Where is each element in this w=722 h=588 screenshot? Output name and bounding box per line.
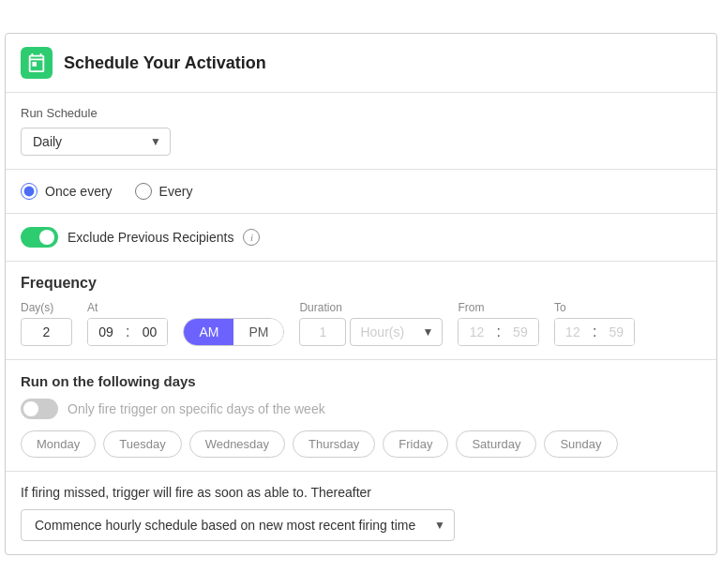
frequency-section: Frequency Day(s) 2 At : AM	[6, 262, 716, 360]
frequency-title: Frequency	[21, 275, 701, 292]
toggle-slider	[21, 227, 58, 248]
specific-days-label: Only fire trigger on specific days of th…	[68, 401, 325, 416]
run-days-section: Run on the following days Only fire trig…	[6, 360, 716, 472]
run-schedule-select[interactable]: Daily Weekly Monthly	[21, 128, 171, 156]
days-col: Day(s) 2	[21, 301, 72, 346]
duration-group: Hour(s) Day(s) Minute(s) ▼	[299, 318, 443, 346]
missed-trigger-title: If firing missed, trigger will fire as s…	[21, 485, 701, 500]
from-hour-input[interactable]	[459, 319, 494, 345]
days-row: Monday Tuesday Wednesday Thursday Friday…	[21, 430, 701, 458]
day-monday[interactable]: Monday	[21, 430, 96, 458]
day-thursday[interactable]: Thursday	[293, 430, 375, 458]
day-saturday[interactable]: Saturday	[456, 430, 536, 458]
to-minute-input[interactable]	[598, 319, 634, 345]
modal-header: Schedule Your Activation	[6, 34, 716, 93]
duration-unit-wrapper: Hour(s) Day(s) Minute(s) ▼	[350, 318, 443, 346]
days-input[interactable]: 2	[21, 318, 72, 346]
from-col: From :	[458, 301, 538, 346]
from-separator: :	[494, 324, 502, 340]
once-every-option[interactable]: Once every	[21, 183, 113, 200]
duration-input[interactable]	[299, 318, 346, 346]
specific-days-row: Only fire trigger on specific days of th…	[21, 399, 701, 419]
exclude-recipients-section: Exclude Previous Recipients i	[6, 214, 716, 262]
minute-input[interactable]	[131, 319, 167, 345]
at-col: At :	[87, 301, 168, 346]
time-separator: :	[124, 324, 131, 340]
duration-unit-select[interactable]: Hour(s) Day(s) Minute(s)	[350, 318, 443, 346]
day-wednesday[interactable]: Wednesday	[189, 430, 285, 458]
to-label: To	[554, 301, 635, 314]
days-label: Day(s)	[21, 301, 72, 314]
day-tuesday[interactable]: Tuesday	[103, 430, 181, 458]
at-label: At	[87, 301, 168, 314]
info-icon[interactable]: i	[243, 229, 260, 246]
from-minute-input[interactable]	[503, 319, 538, 345]
specific-toggle-slider	[21, 399, 58, 419]
run-schedule-select-wrapper: Daily Weekly Monthly ▼	[21, 128, 171, 156]
ampm-col: AM PM	[183, 301, 284, 346]
run-days-title: Run on the following days	[21, 373, 701, 389]
once-every-radio[interactable]	[21, 183, 38, 200]
frequency-controls: Day(s) 2 At : AM PM	[21, 301, 701, 346]
every-label: Every	[159, 184, 193, 199]
missed-trigger-section: If firing missed, trigger will fire as s…	[6, 472, 716, 554]
every-option[interactable]: Every	[135, 183, 193, 200]
day-friday[interactable]: Friday	[383, 430, 448, 458]
duration-label: Duration	[299, 301, 443, 314]
time-group: :	[87, 318, 168, 346]
from-label: From	[458, 301, 538, 314]
am-button[interactable]: AM	[184, 319, 233, 345]
exclude-recipients-toggle[interactable]	[21, 227, 58, 248]
frequency-mode-section: Once every Every	[6, 170, 716, 214]
to-col: To :	[554, 301, 635, 346]
missed-trigger-select-wrapper: Commence hourly schedule based on new mo…	[21, 509, 455, 541]
exclude-recipients-row: Exclude Previous Recipients i	[21, 227, 701, 248]
exclude-recipients-label: Exclude Previous Recipients	[68, 230, 233, 245]
to-hour-input[interactable]	[555, 319, 591, 345]
duration-col: Duration Hour(s) Day(s) Minute(s) ▼	[299, 301, 443, 346]
frequency-mode-row: Once every Every	[21, 183, 701, 200]
schedule-modal: Schedule Your Activation Run Schedule Da…	[5, 33, 717, 555]
to-separator: :	[591, 324, 598, 340]
from-time-group: :	[458, 318, 538, 346]
missed-trigger-select[interactable]: Commence hourly schedule based on new mo…	[21, 509, 455, 541]
hour-input[interactable]	[88, 319, 124, 345]
schedule-icon	[21, 47, 53, 79]
once-every-label: Once every	[45, 184, 113, 199]
specific-days-toggle[interactable]	[21, 399, 58, 419]
page-title: Schedule Your Activation	[64, 53, 266, 73]
day-sunday[interactable]: Sunday	[544, 430, 617, 458]
pm-button[interactable]: PM	[233, 319, 283, 345]
run-schedule-section: Run Schedule Daily Weekly Monthly ▼	[6, 93, 716, 170]
run-schedule-label: Run Schedule	[21, 106, 701, 120]
to-time-group: :	[554, 318, 635, 346]
ampm-group: AM PM	[183, 318, 284, 346]
every-radio[interactable]	[135, 183, 152, 200]
